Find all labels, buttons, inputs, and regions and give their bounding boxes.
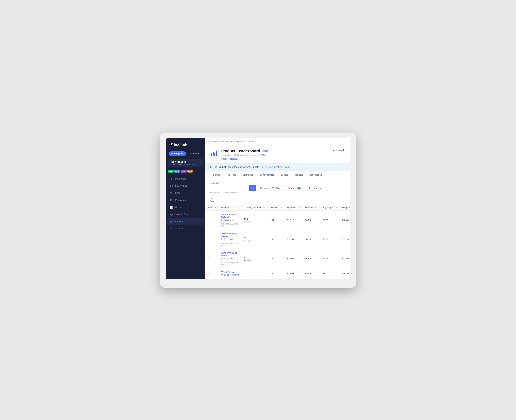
sidebar-item-label: Reports [175, 220, 183, 223]
tab-pre-rolls[interactable]: Pre-Rolls [223, 171, 239, 179]
cell-margin-pct: 56.8% [340, 268, 350, 279]
top-bar: Currently managing [company][location ad… [205, 138, 350, 145]
sidebar-item-label: Messages [175, 199, 186, 201]
sidebar-item-buy-it-again[interactable]: Buy It Again [167, 182, 204, 189]
seed-to-sale-icon [170, 213, 173, 216]
svg-rect-0 [170, 185, 171, 186]
page-header: Product Leaderboard BETA Last updated 06… [205, 145, 350, 163]
sort-button[interactable]: ⇅ Sort [210, 197, 214, 202]
sidebar-item-dashboard[interactable]: ⊞ Dashboard [167, 175, 204, 182]
sidebar-item-messages[interactable]: ▤ Messages [167, 197, 204, 203]
orders-icon: 📄 [170, 206, 173, 209]
table-row: 1 Amber Wax 1g Hybrid In House Melts SKU… [205, 210, 350, 230]
col-velocity[interactable]: Velocity ▲▼ [268, 205, 284, 211]
tab-concentrates[interactable]: Concentrates [256, 171, 277, 179]
info-link[interactable]: let us know what you think [262, 166, 289, 168]
search-section: Search by Search by SKU or product name [210, 182, 256, 194]
svg-rect-2 [170, 186, 171, 187]
tag-com: COM [181, 170, 187, 172]
col-avg-cost[interactable]: Avg Cost ▲▼ [303, 205, 320, 211]
table-row: 3 Amber Wax 1g Indica In House Melts SKU… [205, 249, 350, 268]
search-icon [251, 187, 254, 189]
tab-cartridges[interactable]: Cartridges [239, 171, 256, 179]
store-name: The Weed Shop [170, 161, 197, 163]
product-name-link[interactable]: West Edison Wax 1g - Hybrid [221, 271, 239, 276]
page-title: Product Leaderboard BETA [221, 149, 270, 153]
tag-med: MED [174, 170, 180, 172]
sidebar-item-reports[interactable]: Reports [167, 218, 204, 225]
cell-velocity: 172 [268, 230, 284, 249]
info-text: The Product Leaderboard is currently in … [213, 166, 290, 168]
tab-edibles[interactable]: Edibles [277, 171, 292, 179]
svg-rect-1 [172, 185, 172, 186]
sidebar-item-shop[interactable]: 🛒 Shop [167, 190, 204, 196]
cell-rank: 1 [205, 210, 219, 230]
cell-avg-price: $12.10 [284, 210, 302, 230]
product-name-link[interactable]: Amber Wax 1g Sativa [221, 232, 239, 238]
filters-button[interactable]: Filters [269, 186, 284, 191]
cell-avg-margin: $11.03 [320, 268, 340, 279]
search-input[interactable] [210, 185, 249, 191]
cell-product: Amber Wax 1g Sativa In House Melts SKU: … [219, 230, 241, 249]
performance-filter-button[interactable]: Performance ▾ [307, 186, 326, 191]
payments-pill[interactable]: Payments [187, 151, 202, 156]
back-to-reports-link[interactable]: < Back to Reports [221, 158, 270, 160]
sort-row: ⇅ Sort [205, 196, 350, 205]
tab-flower[interactable]: Flower [210, 171, 223, 179]
beta-badge: BETA [262, 150, 269, 152]
sidebar-item-label: Settings [175, 227, 184, 230]
cell-product: Amber Wax 1g Hybrid In House Melts SKU: … [219, 210, 241, 230]
cell-product: West Edison Wax 1g - Hybrid [219, 268, 241, 279]
products-count-badge: 2 [297, 187, 301, 189]
sidebar-item-label: Seed to Sale [175, 213, 188, 216]
cell-qty: 62 10 Days [241, 230, 268, 249]
sidebar-item-label: Orders [175, 206, 182, 209]
col-avg-margin[interactable]: Avg Margin ▲▼ [320, 205, 340, 211]
table-wrap: Rank ▲▼ Product ▲▼ QTY/Days on Hand ▲▼ [205, 205, 350, 279]
marketplace-pill[interactable]: Marketplace [169, 151, 186, 156]
col-margin-pct[interactable]: Margin % ▲▼ [340, 205, 350, 211]
cell-avg-margin: $5.46 [320, 249, 340, 268]
last-updated: Last updated 06:39 AM on September 23, 2… [221, 154, 270, 157]
tab-topicals[interactable]: Topicals [292, 171, 306, 179]
sidebar-item-seed-to-sale[interactable]: Seed to Sale [167, 211, 204, 218]
cell-margin-pct: 54.9% [340, 210, 350, 230]
buy-again-icon [170, 184, 173, 188]
sort-icon-cost: ▲▼ [315, 207, 318, 209]
sort-arrows-icon: ⇅ [211, 197, 213, 200]
cell-avg-cost: $6.55 [303, 210, 320, 230]
cell-velocity: 172 [268, 249, 284, 268]
sidebar-item-orders[interactable]: 📄 Orders [167, 204, 204, 211]
main-content: Currently managing [company][location ad… [205, 138, 350, 279]
tab-accessories[interactable]: Accessories [306, 171, 325, 179]
cell-rank: 3 [205, 249, 219, 268]
sort-icon-price: ▲▼ [297, 207, 300, 209]
filter-section: Filter by Filters Products 2 ▾ [260, 182, 326, 191]
filter-label: Filter by [260, 187, 268, 189]
cell-avg-price: $12.01 [284, 249, 302, 268]
tag-can: CAN [187, 170, 193, 172]
tag-rec: REC [168, 170, 174, 172]
product-name-link[interactable]: Amber Wax 1g Indica [221, 252, 239, 257]
settings-icon: ⚙ [170, 227, 173, 230]
sidebar-item-settings[interactable]: ⚙ Settings [167, 225, 204, 232]
product-name-link[interactable]: Amber Wax 1g Hybrid [221, 213, 239, 218]
col-avg-price[interactable]: Avg Price ▲▼ [284, 205, 302, 211]
cell-avg-margin: $5.37 [320, 230, 340, 249]
store-selector[interactable]: The Weed Shop 10 Main Street, Denver, CO… [168, 159, 203, 167]
sort-label: Sort [210, 200, 214, 202]
app-logo: ℓℓ leaflink [166, 138, 205, 150]
col-qty-days[interactable]: QTY/Days on Hand ▲▼ [241, 205, 268, 211]
reports-icon [170, 220, 173, 223]
chevron-down-icon: ▾ [322, 187, 323, 189]
col-rank[interactable]: Rank ▲▼ [205, 205, 219, 211]
category-tabs: Flower Pre-Rolls Cartridges Concentrates… [205, 171, 350, 179]
product-brand: In House Melts [221, 238, 239, 240]
search-filter-row: Search by Search by SKU or product name [205, 179, 350, 196]
cell-avg-price: $11.92 [284, 230, 302, 249]
col-product[interactable]: Product ▲▼ [219, 205, 241, 211]
search-button[interactable] [249, 185, 256, 191]
products-filter-button[interactable]: Products 2 ▾ [286, 186, 305, 191]
logo-icon: ℓℓ [170, 142, 172, 146]
cell-margin-pct: 51.5% [340, 249, 350, 268]
